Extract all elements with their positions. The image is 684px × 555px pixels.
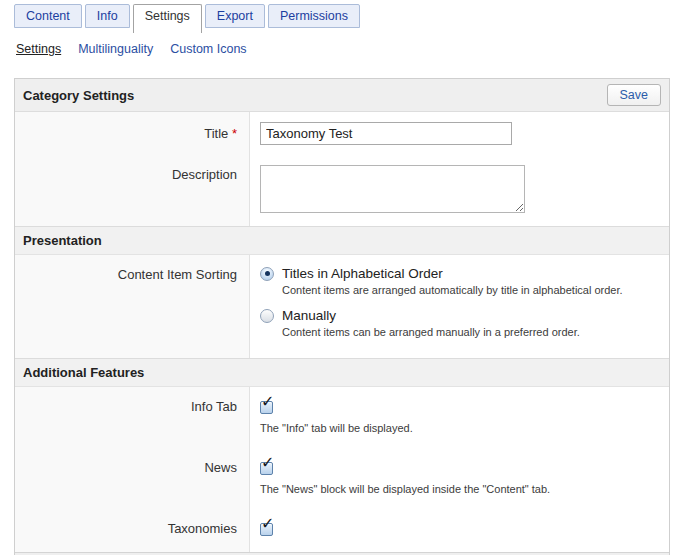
section-presentation: Presentation <box>15 226 669 255</box>
info-tab-description: The "Info" tab will be displayed. <box>260 422 659 434</box>
radio-alphabetical[interactable] <box>260 267 274 281</box>
check-icon: ✓ <box>261 516 274 532</box>
info-tab-row: Info Tab ✓ The "Info" tab will be displa… <box>15 387 669 448</box>
taxonomies-label: Taxonomies <box>15 509 250 552</box>
tab-info[interactable]: Info <box>85 4 130 28</box>
sorting-option-alphabetical: Titles in Alphabetical Order Content ite… <box>260 266 659 296</box>
radio-manually-description: Content items can be arranged manually i… <box>282 326 659 338</box>
title-field-cell <box>250 112 669 153</box>
subtab-multilinguality[interactable]: Multilinguality <box>78 42 153 56</box>
news-label: News <box>15 448 250 509</box>
taxonomies-row: Taxonomies ✓ <box>15 509 669 552</box>
info-tab-cell: ✓ The "Info" tab will be displayed. <box>250 387 669 448</box>
sorting-options-cell: Titles in Alphabetical Order Content ite… <box>250 255 669 358</box>
subtab-bar: Settings Multilinguality Custom Icons <box>0 42 684 56</box>
tab-content[interactable]: Content <box>14 4 82 28</box>
radio-alphabetical-label[interactable]: Titles in Alphabetical Order <box>282 266 443 281</box>
panel-header: Category Settings Save <box>15 79 669 112</box>
title-row: Title * <box>15 112 669 153</box>
tab-permissions[interactable]: Permissions <box>268 4 360 28</box>
title-label: Title * <box>15 112 250 153</box>
subtab-custom-icons[interactable]: Custom Icons <box>170 42 246 56</box>
description-field-cell <box>250 153 669 226</box>
info-tab-label: Info Tab <box>15 387 250 448</box>
check-icon: ✓ <box>261 455 274 471</box>
taxonomies-cell: ✓ <box>250 509 669 552</box>
news-row: News ✓ The "News" block will be displaye… <box>15 448 669 509</box>
tab-bar: Content Info Settings Export Permissions <box>0 4 684 37</box>
radio-manually[interactable] <box>260 309 274 323</box>
panel-title: Category Settings <box>23 88 134 103</box>
radio-manually-label[interactable]: Manually <box>282 308 336 323</box>
sorting-row: Content Item Sorting Titles in Alphabeti… <box>15 255 669 358</box>
tab-export[interactable]: Export <box>205 4 265 28</box>
description-label: Description <box>15 153 250 226</box>
news-description: The "News" block will be displayed insid… <box>260 483 659 495</box>
news-checkbox[interactable]: ✓ <box>260 462 273 475</box>
description-textarea[interactable] <box>260 165 525 213</box>
title-input[interactable] <box>260 122 512 145</box>
sorting-label: Content Item Sorting <box>15 255 250 358</box>
required-asterisk: * <box>232 126 237 141</box>
subtab-settings[interactable]: Settings <box>16 42 61 56</box>
description-row: Description <box>15 153 669 226</box>
title-label-text: Title <box>204 126 228 141</box>
category-settings-panel: Category Settings Save Title * Descripti… <box>14 78 670 555</box>
section-additional-features: Additional Features <box>15 358 669 387</box>
radio-alphabetical-description: Content items are arranged automatically… <box>282 284 659 296</box>
check-icon: ✓ <box>261 394 274 410</box>
tab-settings[interactable]: Settings <box>133 4 202 33</box>
sorting-option-manually: Manually Content items can be arranged m… <box>260 308 659 338</box>
taxonomies-checkbox[interactable]: ✓ <box>260 523 273 536</box>
save-button-top[interactable]: Save <box>607 84 662 106</box>
info-tab-checkbox[interactable]: ✓ <box>260 401 273 414</box>
news-cell: ✓ The "News" block will be displayed ins… <box>250 448 669 509</box>
